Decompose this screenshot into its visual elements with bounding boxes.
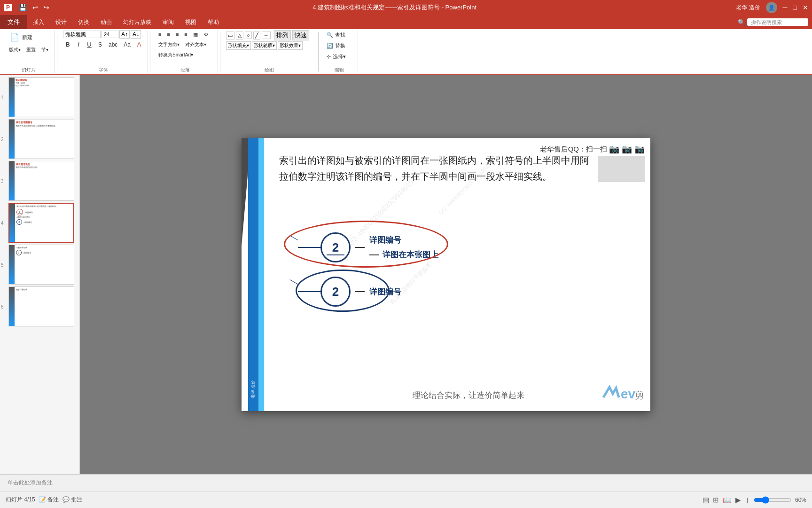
- slide-thumb-container-4[interactable]: 4 索引出的详图如与被索引的详图同在一张图纸内... 2 - 详图编号 - 详图…: [2, 203, 78, 243]
- font-decrease-btn[interactable]: A↓: [131, 30, 141, 39]
- align-justify-btn[interactable]: ≡: [182, 30, 189, 39]
- view-show-btn[interactable]: ▶: [735, 496, 741, 504]
- shape-line[interactable]: ╱: [253, 32, 260, 40]
- shape-tri[interactable]: △: [236, 32, 243, 40]
- app-logo: P: [4, 4, 12, 11]
- slide-num-5: 5: [1, 262, 4, 267]
- slide-thumb-5[interactable]: 详图符号说明 1 - 详图编号: [8, 245, 74, 285]
- slide-thumb-container-5[interactable]: 5 详图符号说明 1 - 详图编号: [2, 245, 78, 285]
- tab-transition[interactable]: 切换: [72, 15, 95, 30]
- slide-thumb-4[interactable]: 索引出的详图如与被索引的详图同在一张图纸内... 2 - 详图编号 - 详图在本…: [8, 203, 74, 243]
- bold-btn[interactable]: B: [63, 40, 72, 49]
- tab-help[interactable]: 帮助: [202, 15, 225, 30]
- shape-rect[interactable]: ▭: [226, 32, 234, 40]
- shape-outline-btn[interactable]: 形状轮廓▾: [252, 41, 277, 50]
- comment-icon[interactable]: 💬 批注: [62, 496, 82, 504]
- undo-btn[interactable]: ↩: [31, 3, 40, 12]
- fontcase-btn[interactable]: Aa: [121, 40, 133, 49]
- shape-arrow[interactable]: →: [262, 32, 271, 39]
- tab-slideshow[interactable]: 幻灯片放映: [117, 15, 157, 30]
- slide-thumb-1[interactable]: 筑识图课程 主讲：老华QQ: 496003292: [8, 77, 74, 117]
- text-direction-btn[interactable]: ⟲: [201, 30, 210, 39]
- fontcolor-btn[interactable]: A: [134, 40, 144, 49]
- strikethrough-btn[interactable]: S: [95, 40, 105, 49]
- italic-btn[interactable]: I: [74, 40, 83, 49]
- text-format-btn[interactable]: 文字方向▾: [156, 40, 182, 49]
- statusbar-right: ▤ ⊞ 📖 ▶ | 60%: [703, 496, 806, 504]
- select-btn[interactable]: ⊹ 选择▾: [324, 52, 354, 62]
- thumb-body-1: 主讲：老华QQ: 496003292: [16, 82, 72, 87]
- new-slide-btn[interactable]: 📄 新建: [7, 30, 51, 44]
- view-normal-btn[interactable]: ▤: [703, 496, 709, 504]
- slide-thumb-container-1[interactable]: 1 筑识图课程 主讲：老华QQ: 496003292: [2, 77, 78, 117]
- shape-effect-btn[interactable]: 形状效果▾: [278, 41, 303, 50]
- statusbar: 幻灯片 4/15 📝 备注 💬 批注 ▤ ⊞ 📖 ▶ | 60%: [0, 491, 812, 508]
- shape-fill-btn[interactable]: 形状填充▾: [226, 41, 251, 50]
- font-increase-btn[interactable]: A↑: [119, 30, 130, 39]
- layout-btn[interactable]: 版式▾: [7, 45, 23, 55]
- shape-circle[interactable]: ○: [245, 32, 252, 39]
- notes-bar[interactable]: 单击此处添加备注: [0, 474, 812, 491]
- drawing-group-label: 绘图: [265, 66, 274, 73]
- minimize-btn[interactable]: ─: [783, 4, 788, 11]
- text-column-btn[interactable]: ▦: [191, 30, 200, 39]
- sep1: [57, 32, 57, 71]
- notes-placeholder[interactable]: 单击此处添加备注: [8, 479, 53, 487]
- save-btn[interactable]: 💾: [17, 3, 29, 12]
- diagram-area: 2 详图编号 详图在本张图上: [279, 232, 608, 307]
- font-family-input[interactable]: [63, 31, 101, 38]
- thumb-symbols: 2 - 详图编号: [16, 209, 72, 215]
- para-row1: ≡ ≡ ≡ ≡ ▦ ⟲: [156, 30, 214, 39]
- slide-num-6: 6: [1, 304, 4, 309]
- find-btn[interactable]: 🔍 查找: [324, 30, 354, 40]
- para-group-label: 段落: [180, 66, 190, 73]
- view-read-btn[interactable]: 📖: [723, 496, 732, 504]
- accent-lightblue: [258, 138, 264, 411]
- font-row1: A↑ A↓: [63, 30, 144, 39]
- align-left-btn[interactable]: ≡: [156, 30, 164, 39]
- convert-smartart-btn[interactable]: 转换为SmartArt▾: [156, 50, 195, 60]
- slide-thumb-6[interactable]: 更多详图说明: [8, 286, 74, 326]
- underline-btn[interactable]: U: [85, 40, 94, 49]
- redo-btn[interactable]: ↪: [42, 3, 51, 12]
- align-text-btn[interactable]: 对齐文本▾: [183, 40, 209, 49]
- align-center-btn[interactable]: ≡: [164, 30, 172, 39]
- align-right-btn[interactable]: ≡: [173, 30, 181, 39]
- tab-view[interactable]: 视图: [180, 15, 202, 30]
- slide-thumb-3[interactable]: 索引符号说明 索引符号标注的内容说明...: [8, 161, 74, 201]
- section-btn[interactable]: 节▾: [39, 45, 51, 55]
- tab-design[interactable]: 设计: [50, 15, 72, 30]
- slide-thumb-container-2[interactable]: 2 索引及详图符号 索引符号是由直径为10mm的圆和水平直径组成...: [2, 119, 78, 159]
- ev-watermark: ev 剪辑: [601, 383, 643, 404]
- shadow-btn[interactable]: abc: [106, 40, 120, 49]
- tab-animation[interactable]: 动画: [95, 15, 117, 30]
- quick-styles-btn[interactable]: 快速: [292, 30, 309, 40]
- maximize-btn[interactable]: □: [793, 4, 797, 11]
- zoom-slider[interactable]: [754, 496, 791, 504]
- slide-canvas[interactable]: 老华 造价 QQ: 496003292或3329519915 购买正版教程手册服…: [242, 138, 650, 411]
- para-controls: ≡ ≡ ≡ ≡ ▦ ⟲ 文字方向▾ 对齐文本▾ 转换为SmartArt▾: [156, 30, 214, 60]
- tab-review[interactable]: 审阅: [157, 15, 180, 30]
- user-avatar[interactable]: 👤: [766, 2, 777, 13]
- file-tab[interactable]: 文件: [0, 15, 27, 29]
- replace-btn[interactable]: 🔄 替换: [324, 41, 354, 51]
- slide-thumb-2[interactable]: 索引及详图符号 索引符号是由直径为10mm的圆和水平直径组成...: [8, 119, 74, 159]
- view-browse-btn[interactable]: ⊞: [713, 496, 719, 504]
- slide-thumb-container-3[interactable]: 3 索引符号说明 索引符号标注的内容说明...: [2, 161, 78, 201]
- ribbon-search-input[interactable]: [747, 18, 808, 26]
- arrange-btn[interactable]: 排列: [274, 30, 291, 40]
- note-icon[interactable]: 📝 备注: [39, 496, 59, 504]
- font-size-input[interactable]: [102, 31, 118, 38]
- svg-text:剪辑: 剪辑: [635, 390, 643, 400]
- dash-2: [355, 291, 365, 292]
- canvas-area: 老华 造价 QQ: 496003292或3329519915 购买正版教程手册服…: [80, 75, 812, 474]
- dash-label2: [369, 254, 379, 255]
- main-area: 1 筑识图课程 主讲：老华QQ: 496003292 2 索引及详图符号 索引符…: [0, 75, 812, 474]
- slide-group-label: 幻灯片: [22, 66, 36, 73]
- close-btn[interactable]: ✕: [803, 4, 808, 11]
- tab-insert[interactable]: 插入: [27, 15, 50, 30]
- editing-controls: 🔍 查找 🔄 替换 ⊹ 选择▾: [324, 30, 354, 62]
- reset-btn[interactable]: 重置: [24, 45, 38, 55]
- slide-thumb-container-6[interactable]: 6 更多详图说明: [2, 286, 78, 326]
- ribbon-group-drawing: ▭ △ ○ ╱ → 排列 快速 形状填充▾ 形状轮廓▾ 形状效果▾ 绘图: [222, 30, 316, 73]
